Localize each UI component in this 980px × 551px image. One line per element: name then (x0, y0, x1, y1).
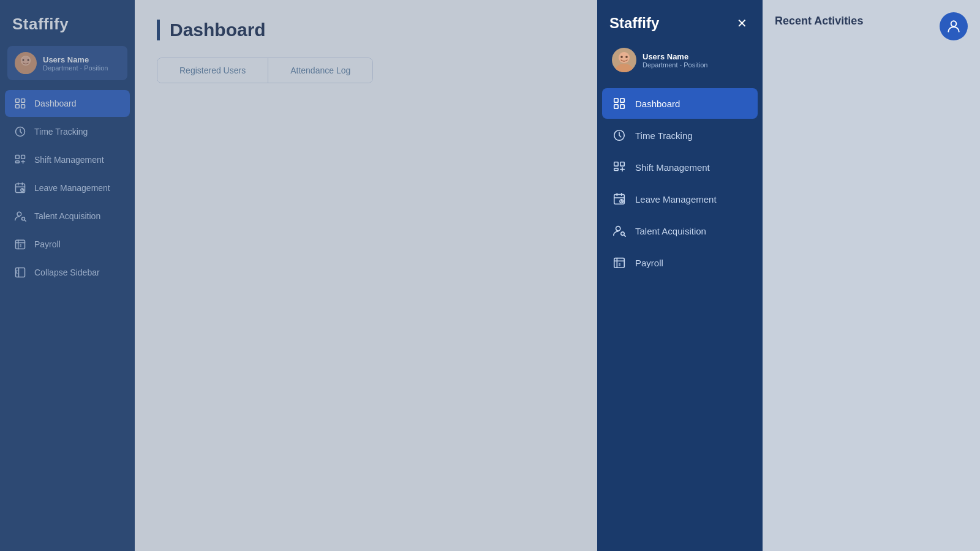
svg-rect-38 (620, 105, 624, 108)
svg-point-33 (620, 56, 623, 58)
overlay-item-shift-management[interactable]: Shift Management (602, 152, 758, 182)
overlay-item-label: Shift Management (635, 162, 710, 173)
overlay-item-payroll[interactable]: $ Payroll (602, 247, 758, 278)
avatar (612, 48, 636, 72)
overlay-item-label: Leave Management (635, 194, 717, 204)
svg-rect-40 (614, 162, 618, 166)
overlay-user-profile[interactable]: Users Name Department - Position (605, 42, 755, 78)
overlay-item-label: Dashboard (635, 99, 680, 109)
svg-rect-37 (614, 105, 618, 108)
overlay-item-label: Payroll (635, 258, 663, 268)
overlay-item-label: Talent Acquisition (635, 226, 706, 236)
overlay-item-label: Time Tracking (635, 130, 693, 141)
payroll-icon: $ (612, 255, 627, 270)
overlay-item-dashboard[interactable]: Dashboard (602, 88, 758, 119)
svg-rect-42 (614, 168, 618, 171)
svg-point-34 (625, 56, 628, 58)
leave-icon (612, 192, 627, 206)
talent-icon (612, 223, 627, 238)
overlay-user-name: Users Name (643, 52, 707, 61)
recent-activities-panel: Recent Activities (763, 0, 980, 551)
svg-rect-36 (620, 99, 624, 102)
svg-point-52 (616, 227, 620, 231)
svg-text:$: $ (619, 263, 620, 266)
svg-rect-35 (614, 99, 618, 102)
overlay-navigation: Dashboard Time Tracking Shift Management… (597, 88, 763, 551)
dashboard-icon (612, 96, 627, 111)
svg-point-59 (951, 21, 957, 26)
close-button[interactable]: ✕ (733, 15, 750, 32)
overlay-user-info: Users Name Department - Position (643, 52, 707, 69)
svg-point-53 (621, 232, 625, 236)
clock-icon (612, 128, 627, 143)
svg-rect-41 (620, 162, 624, 166)
shift-icon (612, 160, 627, 174)
overlay-item-time-tracking[interactable]: Time Tracking (602, 120, 758, 151)
recent-activities-title: Recent Activities (775, 15, 968, 28)
overlay-logo: Staffify (609, 15, 659, 32)
svg-point-32 (616, 64, 633, 72)
overlay-panel: Staffify ✕ Users Name Department - Posit… (597, 0, 763, 551)
top-right-user-button[interactable] (940, 12, 968, 40)
svg-line-54 (624, 235, 625, 236)
overlay-item-talent-acquisition[interactable]: Talent Acquisition (602, 216, 758, 246)
overlay-header: Staffify ✕ (597, 0, 763, 42)
overlay-user-dept: Department - Position (643, 61, 707, 69)
overlay-item-leave-management[interactable]: Leave Management (602, 184, 758, 214)
